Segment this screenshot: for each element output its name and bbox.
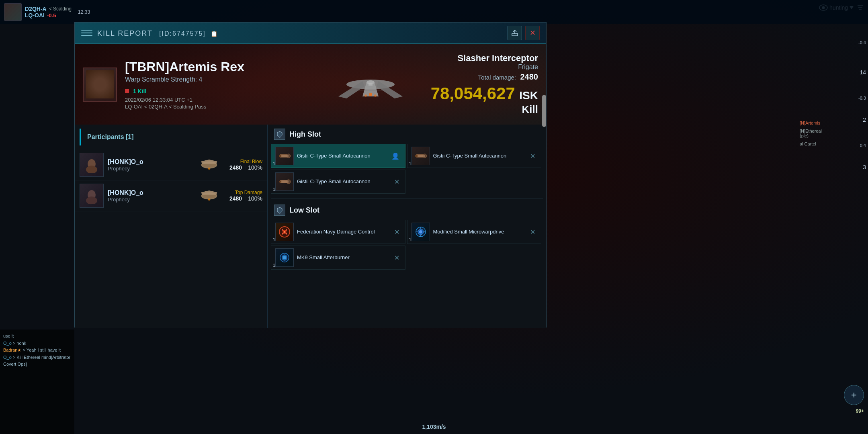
afterburner-icon	[277, 250, 292, 265]
slot-item-name-1: Gistii C-Type Small Autocannon	[297, 153, 387, 160]
system-info: D2QH-A < Scalding LQ-OAI -0.5	[25, 6, 72, 18]
hamburger-line-3	[81, 35, 92, 36]
top-damage-label: Top Damage	[229, 190, 262, 195]
low-slot-item-3[interactable]: 1 MK9 Small Afterburner ✕	[271, 246, 405, 270]
participant-face-2	[84, 188, 100, 204]
participant-stats-2: Top Damage 2480 | 100%	[229, 190, 262, 202]
participant-face-1	[84, 157, 100, 173]
damage-value-2: 2480	[229, 195, 242, 202]
final-blow-label: Final Blow	[229, 159, 262, 164]
chat-line-2: O_o > honk	[3, 340, 71, 347]
svg-point-19	[86, 166, 97, 173]
ship-class: Slasher Interceptor	[431, 53, 538, 63]
high-slot-item-2[interactable]: 1 Gistii C-Type Small Autocannon ✕	[271, 170, 405, 194]
low-slot-name-mwd: Modified Small Microwarpdrive	[433, 229, 526, 235]
person-icon-1[interactable]: 👤	[390, 151, 401, 161]
participant-row-2[interactable]: [HONK]O_o Prophecy Top Damage 2480	[75, 180, 267, 211]
low-slot-items: 1 Federation Navy Damage Control ✕	[268, 220, 546, 273]
hamburger-line-1	[81, 30, 92, 31]
low-slot-icon	[274, 205, 285, 216]
prophecy-ship-1	[194, 156, 224, 174]
svg-rect-17	[368, 83, 373, 86]
low-slot-item-mwd[interactable]: 1 Modified Small Microwarpdrive	[407, 220, 542, 244]
participant-row[interactable]: [HONK]O_o Prophecy Final Blow 2480	[75, 149, 267, 180]
low-slot-section: Low Slot	[268, 201, 546, 220]
hamburger-button[interactable]	[81, 27, 92, 39]
plus-icon	[850, 391, 858, 399]
chat-msg-4: > Kill:Ethereal mind[Arbitrator Covert O…	[3, 355, 70, 367]
export-button[interactable]	[508, 26, 522, 40]
close-icon-mwd[interactable]: ✕	[528, 227, 537, 237]
right-panel-items: [N]Artemis [N]Ethereal(ple) al Cartel	[800, 121, 864, 149]
security-rating: -0.5	[47, 12, 56, 18]
nav-num-3: -0.3	[858, 96, 866, 100]
slot-qty-1b: 1	[409, 161, 411, 166]
isk-label: ISK	[519, 89, 538, 102]
high-slot-item-1b[interactable]: 1 Gistii C-Type Small Autocannon ✕	[407, 144, 542, 168]
copy-icon[interactable]: 📋	[211, 31, 218, 37]
close-icon-2[interactable]: ✕	[393, 177, 401, 186]
chat-line-1: use it	[3, 333, 71, 340]
nav-num-6: 3	[858, 164, 866, 170]
damage-pct-2: 100%	[248, 195, 262, 202]
damage-control-icon	[277, 225, 292, 239]
chat-line-3: Badran★ > Yeah I still have it	[3, 347, 71, 354]
participants-panel: Participants [1] [HONK]O_o Prophecy	[75, 125, 268, 328]
chat-line-4: O_o > Kill:Ethereal mind[Arbitrator Cove…	[3, 354, 71, 368]
chat-msg-2: > honk	[13, 341, 26, 346]
close-button[interactable]: ✕	[525, 26, 540, 40]
nav-num-1: -0.4	[858, 40, 866, 45]
slot-item-name-1b: Gistii C-Type Small Autocannon	[433, 153, 526, 160]
svg-rect-41	[281, 180, 289, 183]
low-slot-name-1: Federation Navy Damage Control	[297, 229, 389, 235]
participant-ship-img-2	[193, 186, 225, 206]
svg-point-14	[364, 94, 367, 97]
participant-stats-1: Final Blow 2480 | 100%	[229, 159, 262, 171]
svg-point-23	[208, 167, 210, 169]
kill-banner: [TBRN]Artemis Rex Warp Scramble Strength…	[75, 44, 546, 125]
high-slot-section: High Slot	[268, 125, 546, 144]
pilot-avatar	[83, 68, 117, 102]
chat-speaker-4: O_o	[3, 355, 12, 360]
svg-rect-37	[418, 155, 425, 157]
gear-icon	[276, 207, 283, 214]
kill-indicator-dot	[125, 89, 129, 93]
chat-area: use it O_o > honk Badran★ > Yeah I still…	[0, 330, 74, 434]
close-icon-low-1[interactable]: ✕	[393, 227, 401, 237]
total-damage-label: Total damage:	[478, 74, 516, 81]
ship-type: Frigate	[431, 63, 538, 71]
damage-value-1: 2480	[229, 164, 242, 171]
pilot-face	[86, 70, 114, 98]
close-icon-low-3[interactable]: ✕	[393, 253, 401, 262]
close-icon-1b[interactable]: ✕	[528, 151, 537, 161]
close-icon: ✕	[530, 29, 536, 37]
right-nav-numbers: -0.4 14 -0.3 2 -0.4 3	[858, 40, 866, 170]
low-slot-item-1[interactable]: 1 Federation Navy Damage Control ✕	[271, 220, 405, 244]
participant-ship-2: Prophecy	[108, 197, 189, 203]
speed-value: 1,103m/s	[422, 424, 446, 430]
rp-item-3: al Cartel	[800, 141, 864, 146]
chat-msg-3: > Yeah I still have it	[23, 348, 61, 352]
participants-title: Participants [1]	[80, 129, 262, 145]
chat-speaker-3: Badran★	[3, 348, 21, 352]
participant-avatar-1	[80, 153, 104, 177]
high-slot-label: High Slot	[289, 130, 321, 139]
participant-name-2: [HONK]O_o	[108, 189, 189, 197]
prophecy-ship-2	[194, 187, 224, 205]
header-actions: ✕	[508, 26, 540, 40]
modal-header: KILL REPORT [ID:6747575] 📋 ✕	[75, 23, 546, 44]
player-avatar	[4, 3, 22, 21]
autocannon-icon-1b	[414, 149, 428, 163]
low-slot-name-3: MK9 Small Afterburner	[297, 254, 389, 261]
low-slot-qty-mwd: 1	[409, 237, 411, 242]
low-slot-icon-1	[275, 223, 294, 241]
top-hud-bar: D2QH-A < Scalding LQ-OAI -0.5 12:33	[0, 0, 868, 24]
zoom-in-button[interactable]	[844, 385, 864, 405]
nav-num-2: 14	[858, 69, 866, 76]
low-slot-icon-3	[275, 248, 294, 267]
high-slot-item-1[interactable]: 1 Gistii C-Type Small Autocannon 👤	[271, 144, 405, 168]
content-area: Participants [1] [HONK]O_o Prophecy	[75, 125, 546, 328]
participant-name-1: [HONK]O_o	[108, 158, 189, 166]
slot-item-icon-1	[275, 147, 294, 165]
total-damage-value: 2480	[520, 72, 538, 81]
